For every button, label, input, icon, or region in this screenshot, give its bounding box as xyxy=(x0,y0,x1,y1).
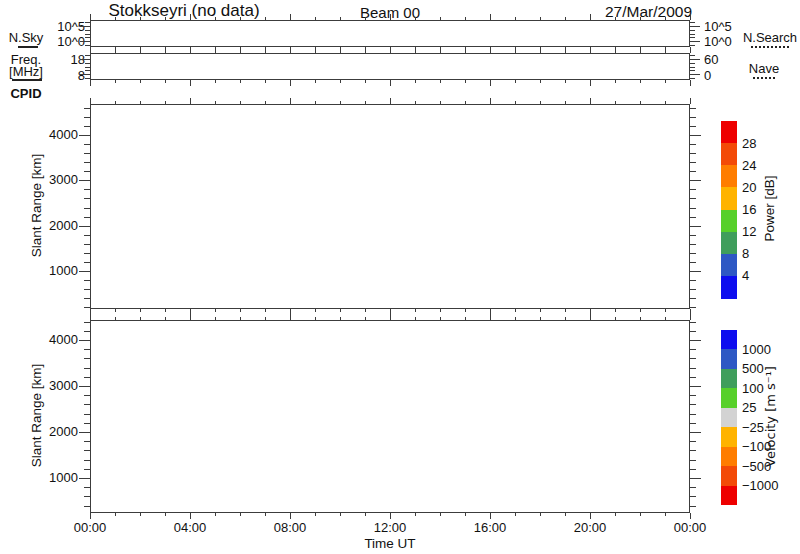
axis-tick xyxy=(640,513,641,516)
axis-tick xyxy=(340,317,341,320)
axis-tick xyxy=(690,460,696,461)
axis-tick xyxy=(79,180,90,181)
axis-tick xyxy=(84,162,90,163)
power-ytick-label: 3000 xyxy=(38,172,78,187)
axis-tick xyxy=(690,34,695,35)
axis-tick xyxy=(340,309,341,312)
axis-tick xyxy=(640,80,641,83)
axis-tick xyxy=(340,513,341,516)
velocity-colorbar-label: 100 xyxy=(742,381,788,396)
axis-tick xyxy=(690,59,700,60)
axis-tick xyxy=(690,289,696,290)
axis-tick xyxy=(615,80,616,83)
superdarn-summary-plot: Stokkseyri (no data) Beam 00 27/Mar/2009… xyxy=(0,0,800,554)
axis-tick xyxy=(690,135,701,136)
axis-tick xyxy=(690,153,696,154)
axis-tick xyxy=(465,50,466,53)
axis-tick xyxy=(690,55,695,56)
axis-tick xyxy=(84,262,90,263)
axis-tick xyxy=(290,314,291,320)
axis-tick xyxy=(690,78,695,79)
power-ytick-label: 2000 xyxy=(38,218,78,233)
axis-tick xyxy=(390,98,391,104)
axis-tick xyxy=(290,14,291,20)
freq-ytick-right-top: 60 xyxy=(704,52,744,67)
axis-tick xyxy=(84,377,90,378)
axis-tick xyxy=(90,98,91,104)
axis-tick xyxy=(690,98,691,104)
x-tick-label: 00:00 xyxy=(60,520,120,535)
power-colorbar-segment xyxy=(721,187,737,210)
axis-tick xyxy=(415,101,416,104)
velocity-colorbar-segment xyxy=(721,447,737,467)
axis-tick xyxy=(90,513,91,519)
axis-tick xyxy=(79,478,90,479)
axis-tick xyxy=(84,126,90,127)
axis-tick xyxy=(80,59,90,60)
axis-tick xyxy=(690,198,696,199)
axis-tick xyxy=(690,208,696,209)
axis-tick xyxy=(690,340,701,341)
axis-tick xyxy=(690,307,696,308)
axis-tick xyxy=(665,317,666,320)
axis-tick xyxy=(690,70,695,71)
axis-tick xyxy=(265,317,266,320)
power-colorbar-label: 8 xyxy=(742,246,788,261)
axis-tick xyxy=(690,414,696,415)
axis-tick xyxy=(84,450,90,451)
freq-line-sample xyxy=(12,79,42,81)
axis-tick xyxy=(140,101,141,104)
axis-tick xyxy=(440,309,441,312)
axis-tick xyxy=(515,309,516,312)
axis-tick xyxy=(165,50,166,53)
axis-tick xyxy=(690,314,691,320)
axis-tick xyxy=(415,513,416,516)
velocity-y-axis-title: Slant Range [km] xyxy=(29,356,44,476)
axis-tick xyxy=(490,314,491,320)
axis-tick xyxy=(690,235,696,236)
power-colorbar-label: 16 xyxy=(742,202,788,217)
axis-tick xyxy=(640,50,641,53)
axis-tick xyxy=(390,14,391,20)
axis-tick xyxy=(84,368,90,369)
axis-tick xyxy=(115,80,116,83)
axis-tick xyxy=(240,50,241,53)
axis-tick xyxy=(80,26,90,27)
axis-tick xyxy=(85,34,90,35)
power-colorbar-segment xyxy=(721,276,737,299)
axis-tick xyxy=(215,317,216,320)
axis-tick xyxy=(490,513,491,519)
axis-tick xyxy=(690,144,696,145)
axis-tick xyxy=(590,98,591,104)
axis-tick xyxy=(84,358,90,359)
axis-tick xyxy=(515,513,516,516)
axis-tick xyxy=(84,280,90,281)
axis-tick xyxy=(690,298,696,299)
velocity-colorbar-segment xyxy=(721,466,737,486)
axis-tick xyxy=(690,74,700,75)
axis-tick xyxy=(140,317,141,320)
axis-tick xyxy=(665,80,666,83)
axis-tick xyxy=(115,309,116,312)
velocity-ytick-label: 1000 xyxy=(38,470,78,485)
axis-tick xyxy=(615,50,616,53)
nsearch-line-sample xyxy=(751,46,789,48)
axis-tick xyxy=(690,377,696,378)
axis-tick xyxy=(690,280,696,281)
axis-tick xyxy=(615,513,616,516)
axis-tick xyxy=(365,17,366,20)
axis-tick xyxy=(240,80,241,83)
axis-tick xyxy=(84,298,90,299)
axis-tick xyxy=(190,14,191,20)
axis-tick xyxy=(640,317,641,320)
axis-tick xyxy=(84,208,90,209)
axis-tick xyxy=(465,317,466,320)
noise-ytick-right-bottom: 10^0 xyxy=(704,34,744,49)
axis-tick xyxy=(690,368,696,369)
axis-tick xyxy=(79,432,90,433)
axis-tick xyxy=(365,513,366,516)
axis-tick xyxy=(690,126,696,127)
axis-tick xyxy=(565,80,566,83)
axis-tick xyxy=(515,101,516,104)
axis-tick xyxy=(690,432,701,433)
